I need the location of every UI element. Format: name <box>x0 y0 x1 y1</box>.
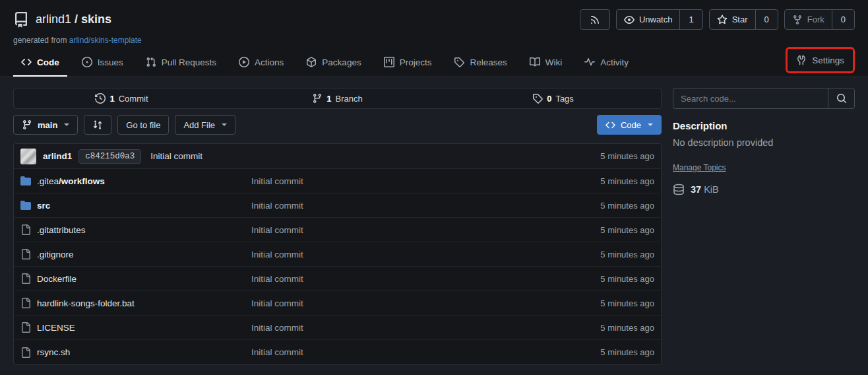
file-name: LICENSE <box>37 323 75 333</box>
template-repo-link[interactable]: arlind/skins-template <box>69 36 142 45</box>
table-row: hardlink-songs-folder.bat Initial commit… <box>14 291 661 316</box>
tags-link[interactable]: 0 Tags <box>445 88 661 108</box>
tab-releases-label: Releases <box>470 57 507 67</box>
generated-from: generated from arlind/skins-template <box>13 36 855 45</box>
file-name: hardlink-songs-folder.bat <box>37 298 135 308</box>
eye-icon <box>624 15 635 25</box>
row-commit-message[interactable]: Initial commit <box>251 201 600 211</box>
chevron-down-icon <box>222 123 227 126</box>
file-link[interactable]: hardlink-songs-folder.bat <box>20 298 251 308</box>
commit-author-link[interactable]: arlind1 <box>43 151 72 161</box>
file-link[interactable]: LICENSE <box>20 322 251 333</box>
branches-link[interactable]: 1 Branch <box>230 88 445 108</box>
tab-settings[interactable]: Settings <box>790 49 851 71</box>
repo-title: arlind1 / skins <box>13 12 111 28</box>
repo-owner-link[interactable]: arlind1 <box>36 13 71 26</box>
fork-icon <box>792 15 803 25</box>
file-link[interactable]: Dockerfile <box>20 273 251 284</box>
database-icon <box>673 184 685 195</box>
tab-settings-label: Settings <box>812 55 844 65</box>
row-commit-message[interactable]: Initial commit <box>251 323 600 333</box>
search-input[interactable] <box>673 88 828 108</box>
row-commit-message[interactable]: Initial commit <box>251 347 600 357</box>
generated-from-label: generated from <box>13 36 67 45</box>
tab-packages[interactable]: Packages <box>298 50 369 77</box>
go-to-file-button[interactable]: Go to file <box>117 115 169 135</box>
forks-count[interactable]: 0 <box>832 10 854 29</box>
play-circle-icon <box>239 57 249 67</box>
dir-name: /workflows <box>59 176 105 186</box>
tab-issues[interactable]: Issues <box>74 50 131 77</box>
row-commit-message[interactable]: Initial commit <box>251 250 600 259</box>
fork-button-group: Fork 0 <box>784 9 855 30</box>
repo-actions: Unwatch 1 Star 0 Fork <box>580 9 855 30</box>
fork-button[interactable]: Fork <box>785 10 832 29</box>
star-button[interactable]: Star <box>710 10 755 29</box>
manage-topics-link[interactable]: Manage Topics <box>673 163 726 172</box>
folder-icon <box>20 200 31 211</box>
repo-summary-bar: 1 Commit 1 Branch 0 Tags <box>13 88 662 109</box>
row-commit-message[interactable]: Initial commit <box>251 225 600 235</box>
commit-time: 5 minutes ago <box>600 151 654 161</box>
commit-message-link[interactable]: Initial commit <box>150 151 202 161</box>
repo-book-icon <box>13 12 29 28</box>
code-search-box <box>673 88 855 109</box>
rss-button[interactable] <box>580 9 610 30</box>
dir-link[interactable]: .gitea/workflows <box>20 176 251 186</box>
file-link[interactable]: .gitattributes <box>20 224 251 235</box>
repo-size-value: 37 <box>691 184 701 195</box>
search-button[interactable] <box>828 88 854 108</box>
repo-name-link[interactable]: skins <box>81 13 111 26</box>
rss-icon <box>590 15 600 25</box>
tab-activity[interactable]: Activity <box>576 50 636 77</box>
file-icon <box>20 298 31 308</box>
fork-label: Fork <box>807 15 824 24</box>
file-link[interactable]: .gitignore <box>20 249 251 259</box>
project-board-icon <box>384 57 394 67</box>
commit-hash-link[interactable]: c84215d0a3 <box>78 149 141 164</box>
git-branch-icon <box>22 119 32 130</box>
commits-link[interactable]: 1 Commit <box>14 88 230 108</box>
tab-projects[interactable]: Projects <box>376 50 440 77</box>
tab-activity-label: Activity <box>600 57 629 67</box>
unwatch-label: Unwatch <box>639 15 673 24</box>
row-time: 5 minutes ago <box>600 250 654 259</box>
tab-releases[interactable]: Releases <box>446 50 514 77</box>
branch-selector[interactable]: main <box>13 115 78 135</box>
compare-button[interactable] <box>84 115 111 135</box>
stars-count[interactable]: 0 <box>755 10 778 29</box>
tab-actions[interactable]: Actions <box>231 50 292 77</box>
row-commit-message[interactable]: Initial commit <box>251 274 600 284</box>
code-button-label: Code <box>621 120 641 130</box>
row-time: 5 minutes ago <box>600 201 654 211</box>
git-branch-icon <box>312 93 323 104</box>
dir-link[interactable]: src <box>20 200 251 211</box>
row-commit-message[interactable]: Initial commit <box>251 176 600 186</box>
file-icon <box>20 249 31 259</box>
tab-wiki[interactable]: Wiki <box>522 50 571 77</box>
code-download-button[interactable]: Code <box>597 115 662 135</box>
repo-tabs: Code Issues Pull Requests Actions Packag… <box>13 47 855 77</box>
unwatch-button[interactable]: Unwatch <box>617 10 680 29</box>
row-commit-message[interactable]: Initial commit <box>251 298 600 308</box>
tab-code[interactable]: Code <box>13 50 67 77</box>
row-time: 5 minutes ago <box>600 176 654 186</box>
row-time: 5 minutes ago <box>600 323 654 333</box>
add-file-button[interactable]: Add File <box>175 115 235 135</box>
watchers-count[interactable]: 1 <box>679 10 702 29</box>
tab-pull-requests[interactable]: Pull Requests <box>138 50 224 77</box>
file-icon <box>20 347 31 358</box>
pulse-icon <box>584 57 595 67</box>
chevron-down-icon <box>648 123 653 126</box>
folder-icon <box>20 176 31 186</box>
file-link[interactable]: rsync.sh <box>20 347 251 358</box>
history-icon <box>95 93 106 104</box>
branches-label: Branch <box>336 94 363 104</box>
repo-sidebar: Description No description provided Mana… <box>673 88 855 365</box>
repo-slash: / <box>75 13 78 26</box>
repo-header: arlind1 / skins Unwatch 1 <box>0 0 868 77</box>
unwatch-button-group: Unwatch 1 <box>616 9 703 30</box>
tags-count: 0 <box>547 94 551 104</box>
star-icon <box>717 15 728 25</box>
avatar[interactable] <box>20 149 36 164</box>
